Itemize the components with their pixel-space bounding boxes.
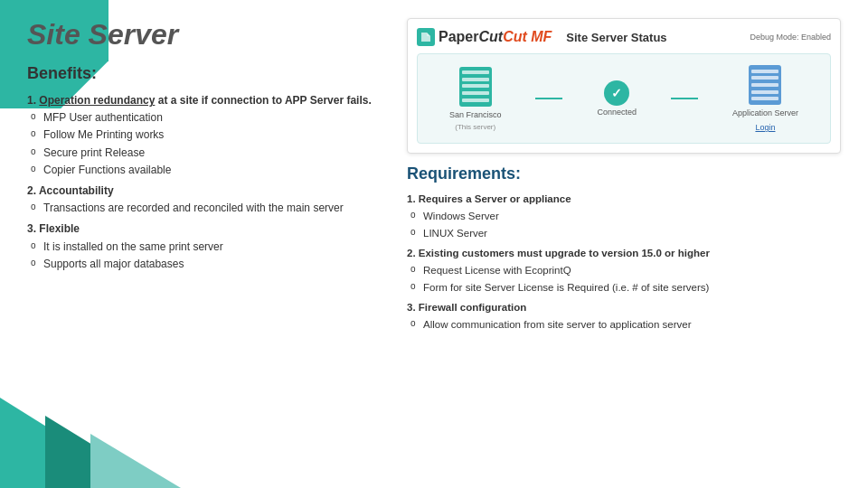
page-title: Site Server [27,18,389,52]
server-line-4 [462,91,489,95]
arrow-line-right [671,98,698,99]
connection-arrow-right [671,98,698,99]
benefit-rest-1: at a site if connection to APP Server fa… [155,94,371,107]
benefit-sub-5: Transactions are recorded and reconciled… [27,200,389,217]
benefit-item-1: 1. Operation redundancy at a site if con… [27,92,389,109]
benefit-number-1: 1. [27,94,39,107]
connected-check-icon: ✓ [604,80,629,106]
benefit-sub-2: Follow Me Printing works [27,127,389,144]
debug-mode-label: Debug Mode: Enabled [675,33,831,42]
sf-server-icon [459,67,492,107]
server-line-1 [462,70,489,74]
benefit-sub-7: Supports all major databases [27,256,389,273]
req-item-1: 1. Requires a Server or appliance [407,191,841,208]
arrow-line-left [535,98,562,99]
diagram-header: PaperCutCut MF Site Server Status Debug … [417,28,831,46]
app-server-line-1 [751,70,778,73]
server-line-2 [462,78,489,81]
req-item-3: 3. Firewall configuration [407,299,841,316]
app-server-label: Application Server [732,108,798,117]
app-server-line-4 [751,90,778,94]
server-line-3 [462,84,489,88]
login-link[interactable]: Login [755,123,775,132]
requirements-section: Requirements: 1. Requires a Server or ap… [407,164,841,470]
site-server-status-title: Site Server Status [566,31,666,44]
req-sub-2: LINUX Server [407,225,841,242]
app-server-line-3 [751,83,778,87]
benefit-bold-1: Operation redundancy [39,94,155,107]
left-panel: Site Server Benefits: 1. Operation redun… [27,18,407,470]
sf-server-sublabel: (This server) [455,123,495,131]
sf-server-block: San Francisco (This server) [449,67,502,131]
benefit-item-2: 2. Accountability [27,183,389,200]
benefit-sub-4: Copier Functions available [27,162,389,179]
requirements-heading: Requirements: [407,164,841,183]
req-sub-5: Allow communication from site server to … [407,316,841,333]
benefit-sub-6: It is installed on the same print server [27,239,389,256]
app-server-line-2 [751,76,778,80]
req-sub-1: Windows Server [407,208,841,225]
papercut-logo-svg [420,31,432,43]
papercut-logo: PaperCutCut MF [417,28,552,46]
diagram-box: PaperCutCut MF Site Server Status Debug … [407,18,841,154]
requirements-list: 1. Requires a Server or appliance Window… [407,191,841,333]
papercut-logo-icon [417,28,435,46]
benefits-list: 1. Operation redundancy at a site if con… [27,92,389,273]
diagram-content: San Francisco (This server) ✓ Connected [417,53,831,144]
connected-label: Connected [597,108,637,117]
benefit-sub-1: MFP User authentication [27,109,389,127]
benefit-sub-3: Secure print Release [27,145,389,162]
right-panel: PaperCutCut MF Site Server Status Debug … [407,18,841,470]
app-server-line-5 [751,97,778,100]
app-server-icon [749,65,781,105]
req-sub-3: Request License with EcoprintQ [407,262,841,279]
benefits-heading: Benefits: [27,64,389,83]
server-line-5 [462,99,489,102]
connection-arrow-left [535,98,562,99]
papercut-logo-text: PaperCutCut MF [439,29,552,45]
req-item-2: 2. Existing customers must upgrade to ve… [407,245,841,262]
req-sub-4: Form for site Server License is Required… [407,279,841,296]
sf-server-label: San Francisco [449,110,502,119]
app-server-block: Application Server Login [732,65,798,132]
benefit-item-3: 3. Flexible [27,221,389,238]
check-container: ✓ Connected [597,80,637,117]
